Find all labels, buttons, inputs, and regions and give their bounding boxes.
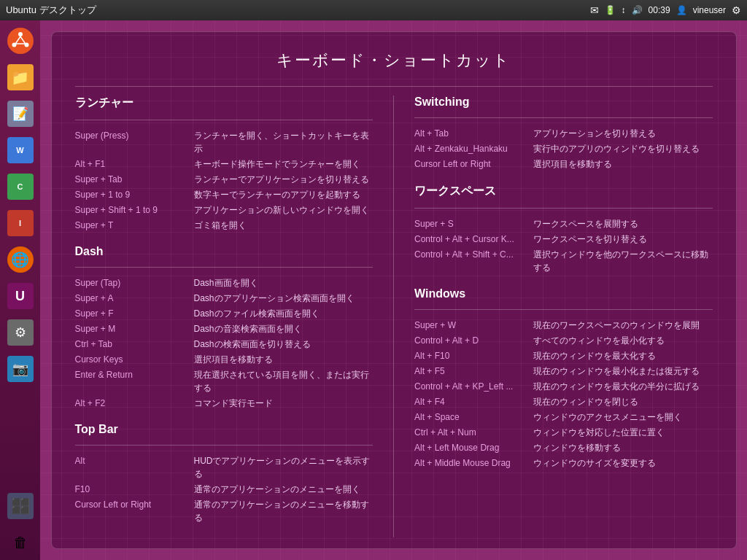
- shortcut-row: Alt + Tab アプリケーションを切り替える: [414, 127, 713, 140]
- trash-icon: 🗑: [13, 534, 28, 551]
- shortcut-key: Cursor Left or Right: [75, 498, 188, 524]
- shortcut-key: Super + S: [414, 217, 527, 230]
- battery-icon: 🔋: [605, 5, 616, 15]
- shortcut-key: Cursor Keys: [75, 353, 188, 366]
- left-column: ランチャー Super (Press) ランチャーを開く、ショートカットキーを表…: [75, 96, 374, 537]
- shortcut-key: Super + Tab: [75, 173, 188, 186]
- shortcut-key: Super + Shift + 1 to 9: [75, 203, 188, 217]
- volume-icon[interactable]: 🔊: [632, 5, 643, 15]
- shortcut-key: Control + Alt + Cursor K...: [414, 233, 527, 246]
- sidebar-item-writer[interactable]: W: [3, 133, 38, 168]
- switching-divider: [414, 117, 713, 118]
- shortcut-desc: すべてのウィンドウを最小化する: [533, 334, 665, 347]
- sidebar-item-files[interactable]: 📁: [3, 60, 38, 95]
- shortcut-row: F10 通常のアプリケーションのメニューを開く: [75, 483, 374, 496]
- shortcut-row: Control + Alt + KP_Left ... 現在のウィンドウを最大化…: [414, 380, 713, 393]
- dash-title: Dash: [75, 245, 374, 258]
- shortcut-row: Super + A Dashのアプリケーション検索画面を開く: [75, 292, 374, 305]
- shortcut-row: Alt + Space ウィンドウのアクセスメニューを開く: [414, 411, 713, 424]
- title-divider: [75, 86, 713, 87]
- sidebar-item-settings[interactable]: ⚙: [3, 315, 38, 350]
- shortcut-desc: HUDでアプリケーションのメニューを表示する: [194, 454, 374, 481]
- shortcut-key: Super (Press): [75, 129, 188, 155]
- text-editor-icon: 📝: [12, 106, 28, 122]
- right-column: Switching Alt + Tab アプリケーションを切り替える Alt +…: [414, 96, 713, 537]
- shortcut-row: Cursor Keys 選択項目を移動する: [75, 353, 374, 366]
- section-topbar: Top Bar Alt HUDでアプリケーションのメニューを表示する F10 通…: [75, 423, 374, 524]
- topbar-divider: [75, 445, 374, 446]
- shortcut-row: Super + W 現在のワークスペースのウィンドウを展開: [414, 319, 713, 332]
- shortcut-desc: ゴミ箱を開く: [194, 219, 247, 232]
- shortcut-row: Enter & Return 現在選択されている項目を開く、または実行する: [75, 368, 374, 394]
- shortcut-row: Super (Tap) Dash画面を開く: [75, 276, 374, 289]
- ubuntu-logo-icon: [7, 28, 34, 54]
- shortcut-row: Super + F Dashのファイル検索画面を開く: [75, 307, 374, 320]
- shortcut-desc: 現在のウィンドウを最大化の半分に拡げる: [533, 380, 700, 393]
- section-dash: Dash Super (Tap) Dash画面を開く Super + A Das…: [75, 245, 374, 410]
- shortcut-desc: Dashの音楽検索画面を開く: [194, 322, 302, 335]
- shortcut-row: Alt + F4 現在のウィンドウを閉じる: [414, 395, 713, 408]
- shortcut-desc: 数字キーでランチャーのアプリを起動する: [194, 188, 360, 201]
- shortcut-key: Alt + F1: [75, 158, 188, 171]
- shortcut-key: Super (Tap): [75, 276, 188, 289]
- shortcut-key: Control + Alt + KP_Left ...: [414, 380, 527, 393]
- unity-icon: U: [15, 289, 25, 304]
- sidebar-item-text-editor[interactable]: 📝: [3, 96, 38, 131]
- shortcut-row: Alt + F2 コマンド実行モード: [75, 397, 374, 410]
- shortcut-row: Super + 1 to 9 数字キーでランチャーのアプリを起動する: [75, 188, 374, 201]
- shortcut-desc: 実行中のアプリのウィンドウを切り替える: [533, 142, 700, 155]
- shortcut-key: Super + F: [75, 307, 188, 320]
- calc-icon: C: [18, 182, 23, 191]
- shortcut-desc: コマンド実行モード: [194, 397, 273, 410]
- topbar-shortcuts: Alt HUDでアプリケーションのメニューを表示する F10 通常のアプリケーシ…: [75, 454, 374, 524]
- shortcut-key: Alt: [75, 454, 188, 481]
- shortcut-row: Alt + Middle Mouse Drag ウィンドウのサイズを変更する: [414, 456, 713, 470]
- shortcut-key: Super + A: [75, 292, 188, 305]
- shortcut-key: Super + M: [75, 322, 188, 335]
- launcher-shortcuts: Super (Press) ランチャーを開く、ショートカットキーを表示 Alt …: [75, 129, 374, 232]
- launcher-title: ランチャー: [75, 96, 374, 111]
- sidebar-item-firefox[interactable]: 🌐: [3, 242, 38, 277]
- shortcut-row: Super + M Dashの音楽検索画面を開く: [75, 322, 374, 335]
- settings-icon: ⚙: [15, 324, 26, 341]
- sidebar-item-shotwell[interactable]: 📷: [3, 351, 38, 386]
- shortcut-key: Super + 1 to 9: [75, 188, 188, 201]
- sidebar-item-workspace[interactable]: ⬛⬛⬛⬛: [3, 489, 38, 524]
- shortcut-key: Enter & Return: [75, 368, 188, 394]
- shortcut-row: Control + Alt + D すべてのウィンドウを最小化する: [414, 334, 713, 347]
- shortcut-desc: Dashの検索画面を切り替える: [194, 338, 311, 351]
- windows-title: Windows: [414, 287, 713, 300]
- shortcut-desc: Dash画面を開く: [194, 276, 258, 289]
- user-icon: 👤: [676, 5, 687, 15]
- network-icon: ↕: [622, 5, 626, 15]
- shortcut-desc: 現在のワークスペースのウィンドウを展開: [533, 319, 700, 332]
- shortcut-row: Alt + F5 現在のウィンドウを最小化または復元する: [414, 365, 713, 378]
- sidebar-item-impress[interactable]: I: [3, 206, 38, 241]
- shortcut-desc: 選択項目を移動する: [194, 353, 273, 366]
- shortcut-row: Alt + F10 現在のウィンドウを最大化する: [414, 349, 713, 362]
- section-switching: Switching Alt + Tab アプリケーションを切り替える Alt +…: [414, 96, 713, 171]
- shortcut-desc: 現在選択されている項目を開く、または実行する: [194, 368, 374, 394]
- sidebar-item-unity[interactable]: U: [3, 279, 38, 314]
- shortcut-desc: ランチャーでアプリケーションを切り替える: [194, 173, 369, 186]
- main-area: キーボード・ショートカット ランチャー Super (Press) ランチャーを…: [40, 20, 747, 560]
- windows-divider: [414, 309, 713, 310]
- shortcut-row: Super + S ワークスペースを展開する: [414, 217, 713, 230]
- sidebar-item-calc[interactable]: C: [3, 169, 38, 204]
- shortcut-row: Control + Alt + Cursor K... ワークスペースを切り替え…: [414, 233, 713, 246]
- taskbar-title: Ubuntu デスクトップ: [6, 4, 96, 17]
- gear-icon[interactable]: ⚙: [732, 4, 741, 16]
- firefox-icon: 🌐: [11, 251, 29, 268]
- shortcut-desc: 通常のアプリケーションのメニューを開く: [194, 483, 360, 496]
- shortcut-key: Alt + F10: [414, 349, 527, 362]
- switching-title: Switching: [414, 96, 713, 109]
- shortcut-row: Alt HUDでアプリケーションのメニューを表示する: [75, 454, 374, 481]
- shortcut-desc: アプリケーションの新しいウィンドウを開く: [194, 203, 369, 217]
- shortcut-row: Alt + Zenkaku_Hankaku 実行中のアプリのウィンドウを切り替え…: [414, 142, 713, 155]
- files-icon: 📁: [11, 69, 29, 86]
- sidebar-item-ubuntu[interactable]: [3, 23, 38, 58]
- switching-shortcuts: Alt + Tab アプリケーションを切り替える Alt + Zenkaku_H…: [414, 127, 713, 171]
- shortcut-key: Alt + F5: [414, 365, 527, 378]
- sidebar-item-trash[interactable]: 🗑: [3, 525, 38, 560]
- email-icon[interactable]: ✉: [590, 4, 599, 16]
